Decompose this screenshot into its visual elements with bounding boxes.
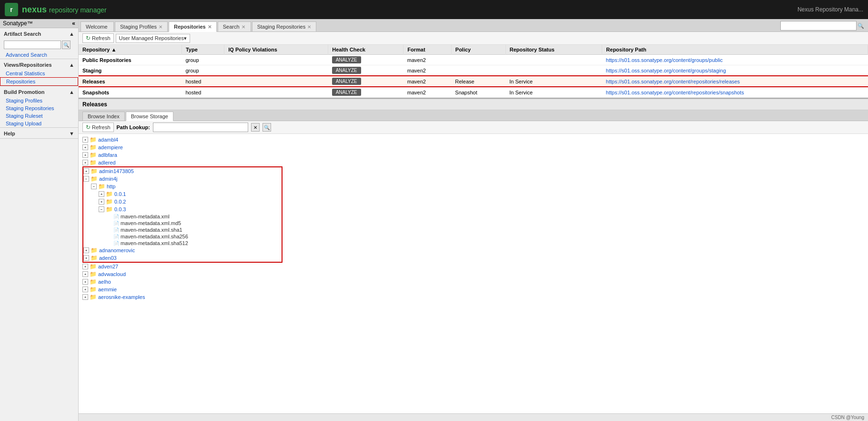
- artifact-search-btn[interactable]: 🔍: [62, 41, 71, 49]
- cell-health[interactable]: ANALYZE: [328, 55, 404, 65]
- tree-item-label: admin4j: [99, 176, 118, 182]
- staging-repositories-link[interactable]: Staging Repositories: [0, 104, 78, 112]
- tab-browse-storage[interactable]: Browse Storage: [126, 112, 173, 121]
- tree-expand-btn[interactable]: +: [83, 168, 89, 174]
- tree-expand-btn[interactable]: +: [82, 152, 88, 158]
- repositories-link[interactable]: Repositories: [0, 77, 78, 86]
- list-item[interactable]: +📁aemmie: [82, 286, 864, 293]
- tab-repositories-close[interactable]: ✕: [208, 24, 212, 30]
- cell-path[interactable]: https://s01.oss.sonatype.org/content/rep…: [602, 87, 868, 98]
- list-item[interactable]: +📁advwacloud: [82, 270, 864, 278]
- cell-path[interactable]: https://s01.oss.sonatype.org/content/gro…: [602, 65, 868, 76]
- cell-path[interactable]: https://s01.oss.sonatype.org/content/rep…: [602, 76, 868, 87]
- sidebar-collapse-btn[interactable]: «: [72, 20, 75, 27]
- tree-expand-btn[interactable]: −: [91, 184, 97, 189]
- artifact-search-input[interactable]: [4, 41, 61, 49]
- analyze-button[interactable]: ANALYZE: [332, 67, 361, 74]
- tab-browse-index[interactable]: Browse Index: [82, 112, 125, 121]
- staging-upload-link[interactable]: Staging Upload: [0, 120, 78, 127]
- staging-ruleset-link[interactable]: Staging Ruleset: [0, 112, 78, 120]
- repo-path-link[interactable]: https://s01.oss.sonatype.org/content/gro…: [606, 68, 726, 73]
- help-expand-icon[interactable]: ▼: [69, 131, 74, 136]
- tree-expand-btn[interactable]: +: [82, 144, 88, 150]
- tree-item-label: advwacloud: [98, 271, 126, 277]
- artifact-search-expand-icon[interactable]: ▲: [69, 31, 74, 37]
- cell-health[interactable]: ANALYZE: [328, 87, 404, 98]
- repo-path-link[interactable]: https://s01.oss.sonatype.org/content/rep…: [606, 79, 740, 84]
- tree-expand-btn[interactable]: +: [82, 294, 88, 300]
- file-icon: 📄: [113, 221, 119, 226]
- list-item[interactable]: 📄maven-metadata.xml.sha512: [106, 240, 282, 246]
- table-row[interactable]: Staging group ANALYZE maven2 https://s01…: [79, 65, 868, 76]
- list-item[interactable]: −📁http: [91, 183, 282, 190]
- list-item[interactable]: +📁aelho: [82, 278, 864, 286]
- folder-icon: 📁: [90, 159, 97, 166]
- tab-search-close[interactable]: ✕: [242, 24, 245, 30]
- advanced-search-link[interactable]: Advanced Search: [0, 51, 78, 59]
- tree-expand-btn[interactable]: −: [83, 176, 89, 182]
- tree-expand-btn[interactable]: +: [82, 160, 88, 165]
- bottom-refresh-button[interactable]: ↻ Refresh: [82, 123, 114, 132]
- tab-staging-repositories-close[interactable]: ✕: [307, 24, 311, 30]
- list-item[interactable]: +📁0.0.1: [99, 190, 282, 198]
- tree-expand-btn[interactable]: +: [82, 271, 88, 277]
- build-promotion-expand-icon[interactable]: ▲: [69, 89, 74, 95]
- list-item[interactable]: +📁aden03: [83, 254, 282, 262]
- tab-search[interactable]: Search ✕: [218, 21, 251, 31]
- tree-expand-btn[interactable]: +: [99, 191, 104, 197]
- analyze-button[interactable]: ANALYZE: [332, 89, 361, 96]
- table-row[interactable]: Public Repositories group ANALYZE maven2…: [79, 55, 868, 65]
- list-item[interactable]: −📁admin4j: [83, 175, 282, 183]
- cell-policy: Release: [451, 76, 505, 87]
- tab-staging-profiles-close[interactable]: ✕: [159, 24, 162, 30]
- artifact-search-box: 🔍: [0, 39, 78, 51]
- list-item[interactable]: 📄maven-metadata.xml: [106, 213, 282, 220]
- path-clear-button[interactable]: ✕: [251, 123, 260, 132]
- views-title: Views/Repositories ▲: [0, 59, 78, 70]
- cell-health[interactable]: ANALYZE: [328, 76, 404, 87]
- path-lookup-input[interactable]: [153, 123, 248, 132]
- tree-expand-btn[interactable]: +: [83, 247, 89, 253]
- list-item[interactable]: +📁adlered: [82, 159, 864, 166]
- cell-path[interactable]: https://s01.oss.sonatype.org/content/gro…: [602, 55, 868, 65]
- list-item[interactable]: +📁0.0.2: [99, 198, 282, 205]
- central-statistics-link[interactable]: Central Statistics: [0, 70, 78, 77]
- repo-path-link[interactable]: https://s01.oss.sonatype.org/content/rep…: [606, 90, 744, 95]
- list-item[interactable]: 📄maven-metadata.xml.sha256: [106, 233, 282, 240]
- analyze-button[interactable]: ANALYZE: [332, 78, 361, 85]
- list-item[interactable]: +📁admin1473805: [83, 167, 282, 175]
- tree-expand-btn[interactable]: +: [82, 287, 88, 292]
- user-managed-repos-button[interactable]: User Managed Repositories▾: [116, 34, 190, 43]
- staging-profiles-link[interactable]: Staging Profiles: [0, 97, 78, 104]
- tab-welcome[interactable]: Welcome: [81, 21, 114, 31]
- tree-expand-btn[interactable]: −: [99, 206, 104, 212]
- list-item[interactable]: +📁adlbfara: [82, 151, 864, 159]
- analyze-button[interactable]: ANALYZE: [332, 56, 361, 63]
- list-item[interactable]: −📁0.0.3: [99, 205, 282, 213]
- list-item[interactable]: +📁adempiere: [82, 144, 864, 151]
- tree-expand-btn[interactable]: +: [82, 137, 88, 143]
- cell-health[interactable]: ANALYZE: [328, 65, 404, 76]
- tree-expand-btn[interactable]: +: [82, 264, 88, 269]
- tab-staging-profiles[interactable]: Staging Profiles ✕: [115, 21, 168, 31]
- list-item[interactable]: 📄maven-metadata.xml.sha1: [106, 226, 282, 233]
- list-item[interactable]: +📁adven27: [82, 263, 864, 270]
- list-item[interactable]: +📁aerosnike-examples: [82, 293, 864, 301]
- top-search-input[interactable]: [780, 21, 857, 31]
- tab-repositories[interactable]: Repositories ✕: [169, 21, 217, 32]
- tree-expand-btn[interactable]: +: [99, 199, 104, 205]
- tree-expand-btn[interactable]: +: [82, 279, 88, 285]
- tab-staging-repositories[interactable]: Staging Repositories ✕: [252, 21, 317, 31]
- tree-expand-btn[interactable]: +: [83, 255, 89, 261]
- list-item[interactable]: 📄maven-metadata.xml.md5: [106, 220, 282, 226]
- repo-path-link[interactable]: https://s01.oss.sonatype.org/content/gro…: [606, 57, 723, 63]
- table-row[interactable]: Snapshots hosted ANALYZE maven2 Snapshot…: [79, 87, 868, 98]
- refresh-button[interactable]: ↻ Refresh: [82, 33, 114, 43]
- views-expand-icon[interactable]: ▲: [69, 62, 74, 68]
- table-row[interactable]: Releases hosted ANALYZE maven2 Release I…: [79, 76, 868, 87]
- folder-icon: 📁: [90, 278, 97, 285]
- list-item[interactable]: +📁adnanomerovic: [83, 246, 282, 254]
- help-title: Help ▼: [0, 128, 78, 138]
- list-item[interactable]: +📁adambl4: [82, 136, 864, 144]
- path-search-button[interactable]: 🔍: [262, 123, 271, 132]
